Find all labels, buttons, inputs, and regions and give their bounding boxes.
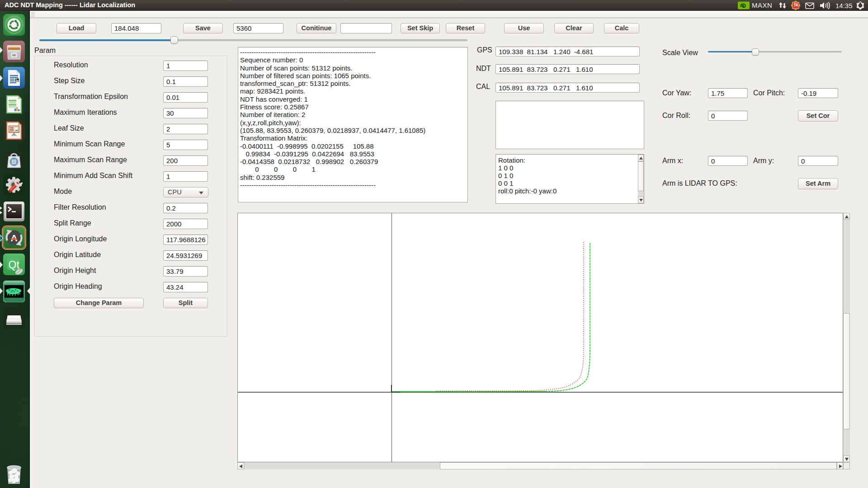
svg-text:A: A bbox=[10, 233, 17, 243]
svg-text:MAXN: MAXN bbox=[752, 1, 772, 9]
svg-text:Qt: Qt bbox=[9, 259, 20, 271]
svg-text:14:35: 14:35 bbox=[835, 2, 853, 9]
